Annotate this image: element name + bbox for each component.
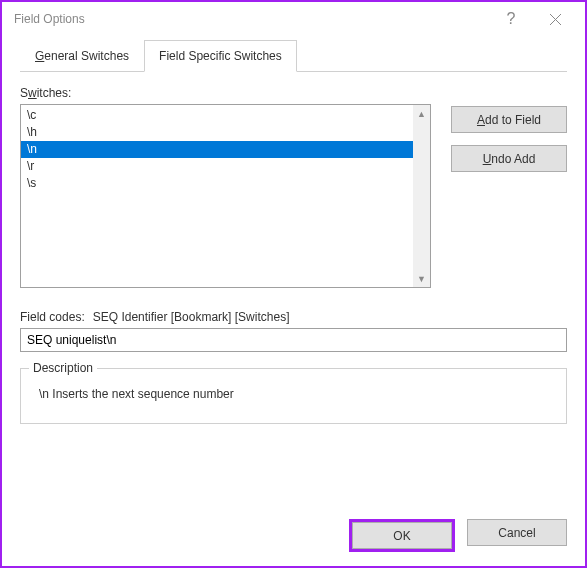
undo-add-button[interactable]: Undo Add — [451, 145, 567, 172]
titlebar: Field Options ? — [2, 2, 585, 36]
close-icon — [550, 14, 561, 25]
tab-general-switches[interactable]: General Switches — [20, 40, 144, 72]
dialog-title: Field Options — [10, 12, 489, 26]
ok-highlight: OK — [349, 519, 455, 552]
field-codes-label-row: Field codes: SEQ Identifier [Bookmark] [… — [20, 310, 567, 324]
scroll-up-icon[interactable]: ▲ — [413, 105, 430, 122]
help-button[interactable]: ? — [489, 4, 533, 34]
action-buttons: Add to Field Undo Add — [451, 106, 567, 288]
scrollbar[interactable]: ▲ ▼ — [413, 105, 430, 287]
switches-items: \c \h \n \r \s — [21, 105, 413, 287]
description-group: Description \n Inserts the next sequence… — [20, 368, 567, 424]
tabs: General Switches Field Specific Switches — [20, 40, 567, 72]
description-text: \n Inserts the next sequence number — [39, 387, 554, 401]
close-button[interactable] — [533, 4, 577, 34]
list-item[interactable]: \c — [21, 107, 413, 124]
ok-button[interactable]: OK — [352, 522, 452, 549]
dialog-window: Field Options ? General Switches Field S… — [0, 0, 587, 568]
switches-section: Switches: \c \h \n \r \s ▲ ▼ Add — [20, 86, 567, 288]
list-item[interactable]: \h — [21, 124, 413, 141]
dialog-footer: OK Cancel — [2, 505, 585, 566]
field-codes-input[interactable] — [20, 328, 567, 352]
field-codes-format: SEQ Identifier [Bookmark] [Switches] — [93, 310, 290, 324]
field-codes-section: Field codes: SEQ Identifier [Bookmark] [… — [20, 310, 567, 352]
scroll-down-icon[interactable]: ▼ — [413, 270, 430, 287]
switches-column: Switches: \c \h \n \r \s ▲ ▼ — [20, 86, 431, 288]
switches-listbox[interactable]: \c \h \n \r \s ▲ ▼ — [20, 104, 431, 288]
list-item[interactable]: \s — [21, 175, 413, 192]
tab-field-specific-switches[interactable]: Field Specific Switches — [144, 40, 297, 72]
cancel-button[interactable]: Cancel — [467, 519, 567, 546]
list-item[interactable]: \r — [21, 158, 413, 175]
description-legend: Description — [29, 361, 97, 375]
dialog-content: General Switches Field Specific Switches… — [2, 36, 585, 505]
field-codes-label: Field codes: — [20, 310, 85, 324]
list-item[interactable]: \n — [21, 141, 413, 158]
add-to-field-button[interactable]: Add to Field — [451, 106, 567, 133]
switches-label: Switches: — [20, 86, 431, 100]
